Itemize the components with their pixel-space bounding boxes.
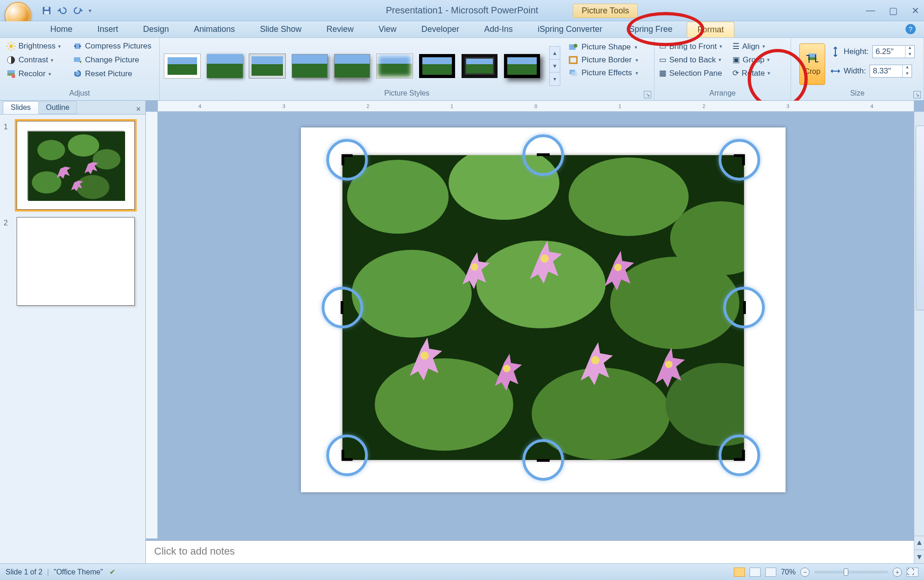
recolor-button[interactable]: Recolor▾ <box>5 68 63 79</box>
brightness-icon <box>6 42 16 51</box>
slideshow-view-button[interactable] <box>765 568 776 577</box>
style-thumb[interactable] <box>207 54 243 78</box>
crop-icon <box>805 53 819 65</box>
spellcheck-icon[interactable]: ✔ <box>109 568 115 576</box>
change-picture-label: Change Picture <box>85 55 139 65</box>
tab-add-ins[interactable]: Add-Ins <box>474 21 523 37</box>
picture-effects-icon <box>569 69 578 77</box>
style-thumb[interactable] <box>504 54 540 78</box>
height-icon <box>831 47 840 57</box>
style-thumb[interactable] <box>419 54 455 78</box>
gallery-more-icon[interactable]: ▾ <box>550 72 560 85</box>
vertical-ruler[interactable] <box>146 112 158 538</box>
sorter-view-button[interactable] <box>750 568 761 577</box>
reset-picture-button[interactable]: Reset Picture <box>71 68 153 79</box>
picture-styles-gallery[interactable]: ▲ ▼ ▾ <box>164 41 560 86</box>
status-bar: Slide 1 of 2 | "Office Theme" ✔ 70% − + … <box>0 563 924 580</box>
zoom-slider-knob[interactable] <box>844 568 848 576</box>
brightness-button[interactable]: Brightness▾ <box>5 41 63 52</box>
workspace: Slides Outline × 1 <box>0 101 924 563</box>
zoom-in-button[interactable]: + <box>893 568 902 577</box>
size-launcher-icon[interactable]: ↘ <box>913 91 921 98</box>
selected-picture[interactable] <box>342 155 744 460</box>
align-button[interactable]: ☰Align▾ <box>732 42 770 51</box>
change-picture-button[interactable]: Change Picture <box>71 54 153 66</box>
spinner-down-icon[interactable]: ▼ <box>905 52 914 58</box>
scrollbar-thumb[interactable] <box>916 126 924 310</box>
tab-format[interactable]: Format <box>687 22 734 37</box>
rotate-button[interactable]: ⟳Rotate▾ <box>732 68 770 78</box>
tab-animations[interactable]: Animations <box>183 21 246 37</box>
help-icon[interactable]: ? <box>906 24 916 34</box>
selection-pane-button[interactable]: ▦Selection Pane <box>659 68 722 78</box>
rotate-icon: ⟳ <box>732 68 739 78</box>
svg-point-35 <box>569 157 689 236</box>
style-thumb[interactable] <box>292 54 328 78</box>
spinner-down-icon[interactable]: ▼ <box>902 71 912 78</box>
svg-point-40 <box>375 358 513 451</box>
slide-canvas[interactable] <box>301 127 786 492</box>
picture-shape-icon <box>569 43 578 51</box>
group-button[interactable]: ▣Group▾ <box>732 55 770 65</box>
gallery-up-icon[interactable]: ▲ <box>550 47 560 60</box>
picture-border-icon <box>569 56 578 64</box>
svg-point-39 <box>610 257 739 349</box>
normal-view-button[interactable] <box>734 568 745 577</box>
gallery-scroll[interactable]: ▲ ▼ ▾ <box>549 46 560 86</box>
tab-design[interactable]: Design <box>132 21 180 37</box>
picture-border-button[interactable]: Picture Border▾ <box>569 55 638 65</box>
spinner-up-icon[interactable]: ▲ <box>905 45 914 52</box>
panel-tab-outline[interactable]: Outline <box>38 101 78 114</box>
picture-tools-tab-label[interactable]: Picture Tools <box>573 4 638 18</box>
panel-close-icon[interactable]: × <box>131 104 145 114</box>
fit-to-window-button[interactable]: ⛶ <box>906 568 918 577</box>
svg-point-27 <box>37 140 65 160</box>
tab-insert[interactable]: Insert <box>87 21 129 37</box>
contrast-button[interactable]: Contrast▾ <box>5 54 63 66</box>
bring-to-front-button[interactable]: ▭Bring to Front▾ <box>659 42 722 51</box>
style-thumb[interactable] <box>462 54 498 78</box>
tab-home[interactable]: Home <box>40 21 83 37</box>
svg-point-43 <box>471 263 478 271</box>
height-input[interactable]: 6.25"▲▼ <box>872 45 915 58</box>
slide-thumbnail-row[interactable]: 1 <box>4 121 142 210</box>
zoom-out-button[interactable]: − <box>800 568 810 577</box>
compress-pictures-button[interactable]: Compress Pictures <box>71 41 153 52</box>
tab-review[interactable]: Review <box>316 21 364 37</box>
notes-placeholder: Click to add notes <box>154 545 235 557</box>
crop-button[interactable]: Crop <box>799 43 825 85</box>
vertical-scrollbar[interactable]: ⯅ ⯆ <box>914 112 924 563</box>
zoom-slider[interactable] <box>814 571 888 574</box>
styles-launcher-icon[interactable]: ↘ <box>644 91 651 98</box>
tab-view[interactable]: View <box>368 21 407 37</box>
slide-thumbnail-2[interactable] <box>17 217 135 306</box>
ribbon-tab-row: Home Insert Design Animations Slide Show… <box>0 21 924 38</box>
tab-slide-show[interactable]: Slide Show <box>249 21 312 37</box>
tab-developer[interactable]: Developer <box>411 21 470 37</box>
notes-pane[interactable]: Click to add notes <box>146 540 914 563</box>
slide-thumbnail-1[interactable] <box>17 121 135 210</box>
spinner-up-icon[interactable]: ▲ <box>902 65 912 71</box>
svg-line-11 <box>8 48 9 49</box>
style-thumb[interactable] <box>249 54 285 78</box>
prev-slide-icon[interactable]: ⯅ <box>914 536 924 550</box>
slide-thumbnail-row[interactable]: 2 <box>4 217 142 306</box>
width-input[interactable]: 8.33"▲▼ <box>870 65 912 78</box>
picture-shape-button[interactable]: Picture Shape▾ <box>569 42 638 52</box>
style-thumb[interactable] <box>377 54 413 78</box>
group-label-styles: Picture Styles <box>160 89 654 100</box>
ribbon: Brightness▾ Contrast▾ Recolor▾ Compress … <box>0 38 924 101</box>
send-to-back-button[interactable]: ▭Send to Back▾ <box>659 55 722 65</box>
horizontal-ruler[interactable]: 4 3 2 1 0 1 2 3 4 <box>158 101 914 112</box>
tab-ispring-converter[interactable]: iSpring Converter <box>527 21 613 37</box>
slide-canvas-area[interactable] <box>158 112 924 538</box>
panel-tab-slides[interactable]: Slides <box>3 101 39 114</box>
style-thumb[interactable] <box>164 54 200 78</box>
recolor-label: Recolor <box>18 69 46 79</box>
style-thumb[interactable] <box>334 54 370 78</box>
tab-ispring-free[interactable]: iSpring Free <box>617 21 683 37</box>
picture-effects-button[interactable]: Picture Effects▾ <box>569 68 638 78</box>
brightness-label: Brightness <box>18 42 55 51</box>
gallery-down-icon[interactable]: ▼ <box>550 60 560 72</box>
next-slide-icon[interactable]: ⯆ <box>914 550 924 563</box>
